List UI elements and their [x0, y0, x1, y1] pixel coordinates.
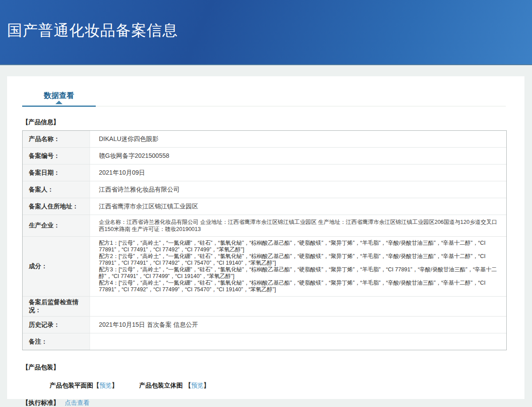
packaging-flat-label: 产品包装平面图 — [50, 382, 93, 389]
post-filing-inspection-label: 备案后监督检查情况： — [23, 297, 90, 316]
registrant-address-value: 江西省鹰潭市余江区锦江镇工业园区 — [90, 198, 506, 215]
table-row: 成分： 配方1：[“云母”，“高岭土”，“一氮化硼”，“硅石”，“氯氧化铋”，“… — [23, 237, 506, 297]
standard-row: 【执行标准】点击查看 — [22, 399, 524, 407]
product-name-value: DIKALU迷你四色眼影 — [90, 131, 506, 147]
manufacturer-label: 生产企业： — [23, 215, 90, 236]
filing-number-label: 备案编号： — [23, 148, 90, 164]
table-row: 产品名称： DIKALU迷你四色眼影 — [23, 131, 506, 148]
packaging-stereo-preview-link[interactable]: 预览 — [191, 382, 203, 389]
section-title-packaging: 【产品包装】 — [22, 364, 524, 372]
remarks-value — [90, 333, 506, 350]
table-row: 生产企业： 企业名称：江西省诗兰雅化妆品有限公司 企业地址：江西省鹰潭市余江区锦… — [23, 215, 506, 237]
packaging-flat-bracket-open: 【 — [93, 382, 99, 389]
ingredients-value: 配方1：[“云母”，“高岭土”，“一氮化硼”，“硅石”，“氯氧化铋”，“棕榈酸乙… — [90, 237, 506, 296]
post-filing-inspection-value — [90, 297, 506, 316]
packaging-flat-preview-link[interactable]: 预览 — [99, 382, 112, 389]
product-info-table: 产品名称： DIKALU迷你四色眼影 备案编号： 赣G妆网备字202150055… — [22, 130, 507, 350]
manufacturer-value: 企业名称：江西省诗兰雅化妆品有限公司 企业地址：江西省鹰潭市余江区锦江镇工业园区… — [90, 215, 506, 236]
ingredients-label: 成分： — [23, 237, 90, 296]
formula-1: 配方1：[“云母”，“高岭土”，“一氮化硼”，“硅石”，“氯氧化铋”，“棕榈酸乙… — [99, 240, 500, 253]
table-row: 备注： — [23, 333, 506, 350]
section-title-product-info: 【产品信息】 — [22, 118, 524, 126]
table-row: 备案编号： 赣G妆网备字2021500558 — [23, 148, 506, 164]
table-row: 备案后监督检查情况： — [23, 297, 506, 317]
page-header: 国产普通化妆品备案信息 — [0, 0, 532, 65]
filing-number-value: 赣G妆网备字2021500558 — [90, 148, 506, 164]
tab-strip: 数据查看 — [22, 90, 506, 106]
formula-4: 配方4：[“云母”，“高岭土”，“一氮化硼”，“硅石”，“氯氧化铋”，“棕榈酸乙… — [99, 280, 500, 293]
table-row: 备案日期： 2021年10月09日 — [23, 164, 506, 181]
formula-3: 配方3：[“云母”，“高岭土”，“一氮化硼”，“硅石”，“氯氧化铋”，“棕榈酸乙… — [99, 266, 500, 280]
registrant-label: 备案人： — [23, 181, 90, 198]
section-title-standard: 【执行标准】 — [22, 399, 59, 406]
packaging-row: 产品包装平面图【预览】 产品包装立体图【预览】 — [50, 382, 524, 390]
history-label: 历史记录： — [23, 317, 90, 333]
registrant-address-label: 备案人住所地址： — [23, 198, 90, 215]
formula-2: 配方2：[“云母”，“高岭土”，“一氮化硼”，“硅石”，“氯氧化铋”，“棕榈酸乙… — [99, 253, 500, 266]
tab-data-view[interactable]: 数据查看 — [22, 89, 96, 107]
packaging-stereo-bracket-close: 】 — [203, 382, 210, 389]
filing-date-label: 备案日期： — [23, 164, 90, 181]
history-value: 2021年10月15日 首次备案 信息公开 — [90, 317, 506, 333]
packaging-flat-bracket-close: 】 — [112, 382, 118, 389]
product-name-label: 产品名称： — [23, 131, 90, 147]
page: 国产普通化妆品备案信息 数据查看 【产品信息】 产品名称： DIKALU迷你四色… — [0, 0, 532, 407]
table-row: 备案人住所地址： 江西省鹰潭市余江区锦江镇工业园区 — [23, 198, 506, 215]
table-row: 历史记录： 2021年10月15日 首次备案 信息公开 — [23, 317, 506, 333]
registrant-value: 江西省诗兰雅化妆品有限公司 — [90, 181, 506, 198]
filing-date-value: 2021年10月09日 — [90, 164, 506, 181]
packaging-stereo-label: 产品包装立体图 — [139, 382, 183, 389]
page-title: 国产普通化妆品备案信息 — [0, 0, 532, 41]
content-card: 数据查看 【产品信息】 产品名称： DIKALU迷你四色眼影 备案编号： 赣G妆… — [7, 76, 524, 399]
packaging-stereo-bracket-open: 【 — [185, 382, 191, 389]
table-row: 备案人： 江西省诗兰雅化妆品有限公司 — [23, 181, 506, 198]
standard-view-link[interactable]: 点击查看 — [65, 399, 90, 406]
remarks-label: 备注： — [23, 333, 90, 350]
